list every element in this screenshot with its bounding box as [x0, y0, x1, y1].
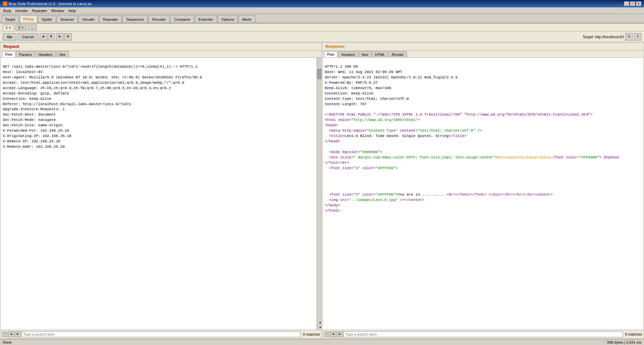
response-search-prev[interactable]: ◄ — [330, 331, 336, 337]
response-body-close-tag: </body> — [325, 203, 340, 207]
tab-intruder[interactable]: Intruder — [78, 15, 99, 23]
tab-scanner[interactable]: Scanner — [57, 15, 78, 23]
next-button[interactable]: ► — [56, 33, 64, 41]
tab-options[interactable]: Options — [218, 15, 238, 23]
proxy-subtab-2[interactable]: 2 × — [15, 24, 27, 30]
prev-button[interactable]: ◄ — [40, 33, 47, 41]
close-button[interactable]: ✕ — [636, 1, 641, 6]
response-meta3: /> — [475, 129, 482, 133]
request-content: GET /sqli-labs-master/Less-9/?id=1'+and+… — [1, 58, 321, 330]
menubar: Burp Intruder Repeater Window Help — [0, 7, 644, 14]
proxy-subtab-more[interactable]: ... — [28, 24, 37, 30]
menu-help[interactable]: Help — [66, 8, 78, 13]
response-body-bgcolor: "#000000" — [360, 150, 380, 154]
response-search-next[interactable]: ► — [337, 331, 343, 337]
titlebar-left: S Burp Suite Professional v1.6 - license… — [3, 1, 92, 6]
response-tab-render[interactable]: Render — [389, 51, 407, 57]
maximize-button[interactable]: □ — [630, 1, 635, 6]
response-div-style: " margin-top:60px;color:#FFF; font-size:… — [354, 155, 495, 159]
response-youarein: You are in........... — [398, 193, 444, 197]
toolbar: Go Cancel ◄ ▼ ► ▼ Target: http://localho… — [0, 31, 644, 42]
tab-repeater[interactable]: Repeater — [99, 15, 122, 23]
request-matches-label: 0 matches — [303, 332, 320, 336]
response-welcome: Welcome&nbsp;&nbsp;&nbsp; — [497, 155, 553, 159]
scroll-end-btn[interactable]: ▼ — [319, 326, 321, 330]
request-tab-hex[interactable]: Hex — [56, 51, 69, 57]
request-text: GET /sqli-labs-master/Less-9/?id=1'+and+… — [3, 65, 202, 149]
status-left: Done — [3, 340, 11, 344]
proxy-subtab-1[interactable]: 1 × — [3, 24, 14, 30]
response-meta2: content= — [398, 129, 418, 133]
tab-extender[interactable]: Extender — [195, 15, 217, 23]
response-search-input[interactable] — [343, 331, 623, 337]
response-tab-raw[interactable]: Raw — [324, 51, 337, 57]
response-doctype: <!DOCTYPE html PUBLIC "-//W3C//DTD XHTML… — [325, 113, 593, 117]
request-tab-params[interactable]: Params — [16, 51, 35, 57]
scrollbar[interactable]: ▼ ▼ — [317, 58, 321, 330]
tab-spider[interactable]: Spider — [38, 15, 56, 23]
menu-burp[interactable]: Burp — [1, 8, 13, 13]
minimize-button[interactable]: _ — [624, 1, 629, 6]
tab-alerts[interactable]: Alerts — [238, 15, 255, 23]
response-tabs: Raw Headers Hex HTML Render — [323, 51, 643, 58]
response-font2-open: <font size= — [325, 166, 354, 170]
response-font2-close: > — [395, 166, 398, 170]
response-title-text: Less-9 Blind- Time based- Single Quotes-… — [344, 134, 448, 138]
request-header: Request — [1, 43, 321, 51]
titlebar-buttons[interactable]: _ □ ✕ — [624, 1, 641, 6]
request-search-prev[interactable]: ◄ — [8, 331, 14, 337]
app-title: Burp Suite Professional v1.6 - licensed … — [9, 2, 92, 6]
help-target-button[interactable]: ? — [634, 33, 641, 41]
tab-decoder[interactable]: Decoder — [148, 15, 170, 23]
request-search-help[interactable]: ? — [2, 332, 7, 337]
response-matches-label: 0 matches — [625, 332, 642, 336]
request-search-next[interactable]: ► — [15, 331, 21, 337]
app-logo: S — [3, 1, 7, 6]
response-content: HTTP/1.1 200 OK Date: Wed, 11 Aug 2021 0… — [323, 58, 643, 330]
response-tab-hex[interactable]: Hex — [359, 51, 372, 57]
response-font2-size: "3" — [354, 166, 360, 170]
request-search-input[interactable] — [21, 331, 301, 337]
main-panels: Request Raw Params Headers Hex GET /sqli… — [0, 42, 644, 339]
scroll-down-btn[interactable]: ▼ — [319, 321, 321, 325]
response-fontbr: </font><br> — [325, 161, 349, 165]
next-dropdown[interactable]: ▼ — [64, 33, 72, 41]
tab-sequencer[interactable]: Sequencer — [122, 15, 148, 23]
response-font3-color-val: "#FFFF00" — [376, 193, 395, 197]
go-button[interactable]: Go — [3, 33, 16, 41]
nav-dropdown[interactable]: ▼ — [48, 33, 55, 41]
response-tab-headers[interactable]: Headers — [338, 51, 358, 57]
target-label: Target: http://localhost:83 — [583, 35, 624, 39]
response-header: Response — [323, 43, 643, 51]
response-title-open: <title> — [325, 134, 344, 138]
response-body-open: <body bgcolor= — [325, 150, 360, 154]
response-head-open: <head> — [325, 123, 338, 127]
menu-repeater[interactable]: Repeater — [30, 8, 49, 13]
tab-target[interactable]: Target — [1, 15, 19, 23]
response-font2-color-attr: color= — [360, 166, 376, 170]
response-html-close-tag: </html> — [325, 209, 340, 213]
response-status: HTTP/1.1 200 OK Date: Wed, 11 Aug 2021 0… — [325, 65, 458, 106]
response-html-xmlns: "http://www.w3.org/1999/xhtml" — [351, 118, 418, 122]
tab-proxy[interactable]: Proxy — [20, 15, 38, 23]
status-right: 968 bytes | 2,041 ms — [607, 340, 641, 344]
response-font-open: <font color= — [553, 155, 579, 159]
menu-window[interactable]: Window — [49, 8, 66, 13]
response-search-help[interactable]: ? — [324, 332, 329, 337]
edit-target-button[interactable]: ✎ — [625, 33, 633, 41]
tab-comparer[interactable]: Comparer — [170, 15, 194, 23]
main-tabbar: Target Proxy Spider Scanner Intruder Rep… — [0, 14, 644, 23]
response-tab-html[interactable]: HTML — [372, 51, 388, 57]
request-tab-raw[interactable]: Raw — [2, 51, 15, 57]
response-img-src: "../images/Less-9.jpg" — [349, 198, 398, 202]
response-meta-val2: "text/html; charset=utf-8" — [418, 129, 475, 133]
request-tabs: Raw Params Headers Hex — [1, 51, 321, 58]
response-searchbar: ? ◄ ► 0 matches — [323, 330, 643, 338]
response-img-close: /></center> — [398, 198, 424, 202]
response-font3-size: "5" — [354, 193, 360, 197]
cancel-button[interactable]: Cancel — [18, 33, 38, 41]
menu-intruder[interactable]: Intruder — [13, 8, 30, 13]
response-font-close: > Dhakkan — [599, 155, 619, 159]
statusbar: Done 968 bytes | 2,041 ms — [0, 339, 644, 345]
request-tab-headers[interactable]: Headers — [36, 51, 56, 57]
